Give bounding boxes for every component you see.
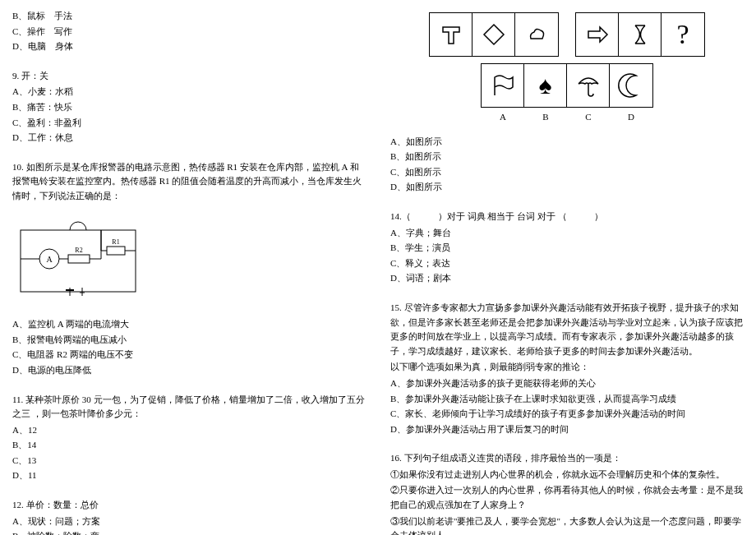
q15: 15. 尽管许多专家都大力宣扬多参加课外兴趣活动能有效开拓孩子视野，提升孩子的求… (390, 301, 744, 436)
q15-opt-d: D、参加课外兴趣活动占用了课后复习的时间 (390, 422, 744, 437)
label-b: B (524, 110, 567, 125)
q11-stem: 11. 某种茶叶原价 30 元一包，为了促销，降低了价格，销量增加了二倍，收入增… (12, 393, 366, 422)
q13-opt-a: A、如图所示 (390, 135, 744, 150)
q13-opt-c: C、如图所示 (390, 165, 744, 180)
figure-sequence-row: ? (390, 12, 744, 57)
figure-question-icon: ? (662, 13, 704, 56)
q9-opt-d: D、工作：休息 (12, 131, 366, 145)
q9-opt-c: C、盈利：非盈利 (12, 116, 366, 131)
svg-rect-6 (107, 247, 125, 255)
figure-hammer-icon (430, 13, 472, 56)
q16: 16. 下列句子组成语义连贯的语段，排序最恰当的一项是： ①如果你没有过走进别人… (390, 451, 744, 535)
q10-opt-d: D、电源的电压降低 (12, 363, 366, 378)
q16-s3: ③我们以前老讲"要推己及人，要学会宽恕"，大多数人会认为这是一个态度问题，即要学… (390, 514, 744, 535)
q10-opt-a: A、监控机 A 两端的电流增大 (12, 317, 366, 332)
q15-stem: 15. 尽管许多专家都大力宣扬多参加课外兴趣活动能有效开拓孩子视野，提升孩子的求… (390, 301, 744, 358)
label-c: C (567, 110, 610, 125)
q12-opt-b: B、被除数：除数：商 (12, 529, 366, 535)
q14-opt-a: A、字典；舞台 (390, 226, 744, 241)
q11-opt-b: B、14 (12, 438, 366, 453)
q11-opt-a: A、12 (12, 423, 366, 438)
q8-tail: B、鼠标 手法 C、操作 写作 D、电脑 身体 (12, 9, 366, 54)
q9-opt-a: A、小麦：水稻 (12, 85, 366, 99)
figure-arrow-icon (576, 13, 619, 56)
svg-text:R1: R1 (112, 238, 119, 246)
q9: 9. 开：关 A、小麦：水稻 B、痛苦：快乐 C、盈利：非盈利 D、工作：休息 (12, 69, 366, 145)
figure-group-right: ? (575, 12, 705, 57)
q13-opts: A、如图所示 B、如图所示 C、如图所示 D、如图所示 (390, 135, 744, 195)
answer-crescent-icon (610, 64, 652, 107)
left-column: B、鼠标 手法 C、操作 写作 D、电脑 身体 9. 开：关 A、小麦：水稻 B… (0, 0, 378, 535)
q10-opt-c: C、电阻器 R2 两端的电压不变 (12, 348, 366, 362)
q15-opt-a: A、参加课外兴趣活动多的孩子更能获得老师的关心 (390, 376, 744, 391)
q16-stem: 16. 下列句子组成语义连贯的语段，排序最恰当的一项是： (390, 451, 744, 466)
figure-hourglass-icon (619, 13, 662, 56)
answer-flag-icon (482, 64, 524, 107)
svg-text:R2: R2 (75, 247, 82, 254)
answer-umbrella-icon (567, 64, 610, 107)
q14-stem: 14.（ ）对于 词典 相当于 台词 对于 （ ） (390, 210, 744, 224)
answer-group: ♠ (481, 63, 653, 108)
label-d: D (610, 110, 652, 125)
q10: 10. 如图所示是某仓库报警器的电路示意图，热传感器 R1 安装在仓库内部，监控… (12, 160, 366, 378)
q15-opt-b: B、参加课外兴趣活动能让孩子在上课时求知欲更强，从而提高学习成绩 (390, 392, 744, 407)
q14-opt-d: D、词语；剧本 (390, 271, 744, 286)
q8-opt-b: B、鼠标 手法 (12, 9, 366, 24)
figure-cloud-triangle-icon (515, 13, 558, 56)
q12-stem: 12. 单价：数量：总价 (12, 498, 366, 513)
q16-s1: ①如果你没有过走进别人内心世界的机会，你就永远不会理解历史和个体的复杂性。 (390, 468, 744, 482)
figure-group-left (429, 12, 559, 57)
q14: 14.（ ）对于 词典 相当于 台词 对于 （ ） A、字典；舞台 B、学生；演… (390, 210, 744, 286)
answer-spade-icon: ♠ (524, 64, 567, 107)
answer-labels: A B C D (390, 110, 744, 125)
q8-opt-d: D、电脑 身体 (12, 39, 366, 54)
q9-stem: 9. 开：关 (12, 69, 366, 84)
q12-opt-a: A、现状：问题；方案 (12, 514, 366, 529)
q13-opt-d: D、如图所示 (390, 180, 744, 195)
q11: 11. 某种茶叶原价 30 元一包，为了促销，降低了价格，销量增加了二倍，收入增… (12, 393, 366, 484)
q16-s2: ②只要你进入过一次别人的内心世界，你再看待其他人的时候，你就会去考量：是不是我把… (390, 483, 744, 512)
q10-stem: 10. 如图所示是某仓库报警器的电路示意图，热传感器 R1 安装在仓库内部，监控… (12, 160, 366, 204)
q12: 12. 单价：数量：总价 A、现状：问题；方案 B、被除数：除数：商 C、本金：… (12, 498, 366, 535)
q13-opt-b: B、如图所示 (390, 150, 744, 164)
answer-options-row: ♠ (390, 63, 744, 108)
svg-text:A: A (46, 255, 53, 264)
q14-opt-c: C、释义；表达 (390, 256, 744, 271)
figure-diamond-icon (472, 13, 515, 56)
right-column: ? ♠ A B C D A、如图所示 B、如图所示 C、如图所示 D、如图所示 … (378, 0, 756, 535)
q9-opt-b: B、痛苦：快乐 (12, 100, 366, 115)
q8-opt-c: C、操作 写作 (12, 25, 366, 39)
q15-opt-c: C、家长、老师倾向于让学习成绩好的孩子有更多参加课外兴趣活动的时间 (390, 407, 744, 422)
q11-opt-d: D、11 (12, 468, 366, 483)
circuit-diagram: A R2 R1 (12, 214, 144, 304)
q15-sub: 以下哪个选项如果为真，则最能削弱专家的推论： (390, 360, 744, 375)
label-a: A (482, 110, 524, 125)
q14-opt-b: B、学生；演员 (390, 241, 744, 256)
svg-rect-4 (68, 255, 90, 263)
q10-opt-b: B、报警电铃两端的电压减小 (12, 333, 366, 348)
q11-opt-c: C、13 (12, 454, 366, 468)
